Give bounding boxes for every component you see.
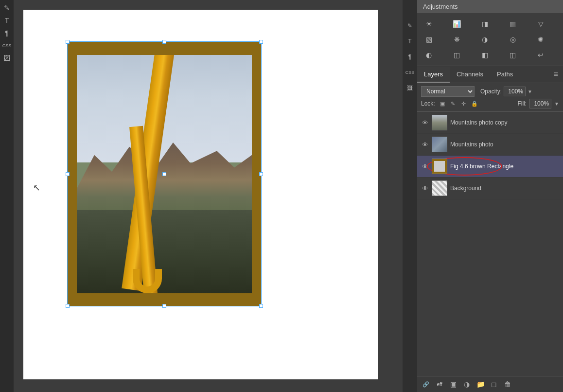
canvas-area: ↖ [14, 0, 403, 392]
lock-all-btn[interactable]: 🔒 [470, 99, 479, 108]
canvas-page: ↖ [23, 10, 378, 379]
layer-thumb-mountains-copy [432, 115, 447, 130]
layer-eye-background[interactable]: 👁 [421, 185, 429, 192]
adjustments-header: Adjustments [417, 0, 563, 13]
tool-paragraph[interactable]: ¶ [1, 27, 13, 39]
delete-btn[interactable]: 🗑 [503, 379, 512, 389]
adjustments-panel: Adjustments ☀ 📊 ◨ ▦ ▽ ▧ ❋ ◑ ◎ ✺ ◐ ◫ [417, 0, 563, 66]
adj-vibrance[interactable]: ▧ [421, 33, 437, 46]
adj-curves[interactable]: ◨ [477, 17, 493, 31]
tool-pen[interactable]: ✎ [1, 2, 13, 14]
right-main: ✎ T ¶ CSS 🖼 Adjustments ☀ 📊 ◨ ▦ ▽ ▧ [403, 0, 563, 392]
layer-thumb-brown-rect [432, 159, 447, 174]
layer-thumb-mountains [432, 137, 447, 152]
adj-hue[interactable]: ❋ [449, 33, 465, 46]
layer-item-mountains[interactable]: 👁 Mountains photo [417, 134, 563, 156]
opacity-arrow-icon[interactable]: ▼ [528, 89, 532, 94]
layer-eye-mountains[interactable]: 👁 [421, 141, 429, 148]
mask-btn[interactable]: ▣ [448, 379, 458, 389]
layer-eye-mountains-copy[interactable]: 👁 [421, 119, 429, 126]
lock-icons: ▣ ✎ ✛ 🔒 [438, 99, 479, 108]
adj-photofilter[interactable]: ✺ [533, 33, 548, 46]
adj-exposure[interactable]: ▦ [505, 17, 521, 31]
new-layer-btn[interactable]: ◻ [489, 379, 499, 389]
layer-item-mountains-copy[interactable]: 👁 Mountains photo copy [417, 112, 563, 134]
layer-item-background[interactable]: 👁 Background [417, 178, 563, 199]
photo-foreground [77, 210, 252, 294]
adj-selectivecolor[interactable]: ↩ [533, 48, 548, 62]
link-btn[interactable]: 🔗 [421, 379, 431, 389]
tab-channels[interactable]: Channels [450, 67, 490, 83]
fill-label: Fill: [517, 100, 527, 107]
adj-posterize[interactable]: ◧ [477, 48, 493, 62]
tab-layers[interactable]: Layers [417, 67, 450, 83]
tool-image[interactable]: 🖼 [1, 53, 13, 64]
layer-name-mountains: Mountains photo [450, 141, 493, 148]
layer-list: 👁 Mountains photo copy 👁 Mountains photo [417, 112, 563, 376]
icon-bar-pen[interactable]: ✎ [404, 19, 416, 32]
icon-bar: ✎ T ¶ CSS 🖼 [403, 0, 417, 392]
adjustment-btn[interactable]: ◑ [462, 379, 472, 389]
adj-invert[interactable]: ◫ [449, 48, 465, 62]
tool-css[interactable]: CSS [1, 40, 13, 52]
layer-name-brown-rect: Fig 4.6 brown Rectangle [450, 163, 513, 170]
opacity-input[interactable] [504, 87, 526, 96]
icon-bar-image[interactable]: 🖼 [404, 82, 416, 94]
blend-opacity-row: Normal Opacity: ▼ [421, 86, 559, 97]
adj-channel[interactable]: ◐ [421, 48, 437, 62]
layer-item-brown-rect[interactable]: 👁 Fig 4.6 brown Rectangle [417, 156, 563, 178]
photo-inside [77, 55, 252, 293]
layers-bottom: 🔗 eff ▣ ◑ 📁 ◻ 🗑 [417, 376, 563, 392]
icon-bar-type[interactable]: T [404, 35, 416, 48]
layer-name-mountains-copy: Mountains photo copy [450, 119, 507, 126]
adj-colorbal[interactable]: ◑ [477, 33, 493, 46]
layers-panel: Layers Channels Paths ≡ Normal Opacity: … [417, 66, 563, 392]
adj-bw[interactable]: ◎ [505, 33, 521, 46]
icon-bar-css[interactable]: CSS [404, 66, 416, 79]
layers-tabs: Layers Channels Paths ≡ [417, 66, 563, 83]
tab-paths[interactable]: Paths [490, 67, 520, 83]
layer-eye-brown-rect[interactable]: 👁 [421, 163, 429, 170]
adj-gradient[interactable]: ▽ [533, 17, 548, 31]
lock-position-btn[interactable]: ✛ [459, 99, 468, 108]
layer-name-background: Background [450, 185, 481, 192]
lock-transparent-btn[interactable]: ▣ [438, 99, 447, 108]
cursor-pointer: ↖ [33, 182, 40, 193]
brown-rectangle-layer [67, 41, 262, 306]
effects-btn[interactable]: eff [435, 379, 444, 389]
tool-type[interactable]: T [1, 15, 13, 26]
left-toolbar: ✎ T ¶ CSS 🖼 [0, 0, 14, 392]
layer-thumb-background [432, 180, 447, 196]
lock-label: Lock: [421, 100, 435, 107]
fill-arrow-icon[interactable]: ▼ [554, 101, 559, 107]
adj-levels[interactable]: 📊 [449, 17, 465, 31]
adj-threshold[interactable]: ◫ [505, 48, 521, 62]
opacity-label: Opacity: [480, 88, 502, 95]
icon-bar-para[interactable]: ¶ [404, 51, 416, 63]
fill-input[interactable] [529, 99, 551, 108]
layers-controls: Normal Opacity: ▼ Lock: ▣ ✎ ✛ 🔒 [417, 83, 563, 112]
adj-brightness[interactable]: ☀ [421, 17, 437, 31]
blend-mode-select[interactable]: Normal [421, 86, 475, 97]
right-content: Adjustments ☀ 📊 ◨ ▦ ▽ ▧ ❋ ◑ ◎ ✺ ◐ ◫ [417, 0, 563, 392]
right-panel: ✎ T ¶ CSS 🖼 Adjustments ☀ 📊 ◨ ▦ ▽ ▧ [403, 0, 563, 392]
lock-fill-row: Lock: ▣ ✎ ✛ 🔒 Fill: ▼ [421, 99, 559, 108]
adjustments-grid: ☀ 📊 ◨ ▦ ▽ ▧ ❋ ◑ ◎ ✺ ◐ ◫ ◧ ◫ ↩ [417, 13, 563, 66]
group-btn[interactable]: 📁 [475, 379, 485, 389]
lock-image-btn[interactable]: ✎ [449, 99, 457, 108]
tab-menu-button[interactable]: ≡ [549, 66, 563, 83]
